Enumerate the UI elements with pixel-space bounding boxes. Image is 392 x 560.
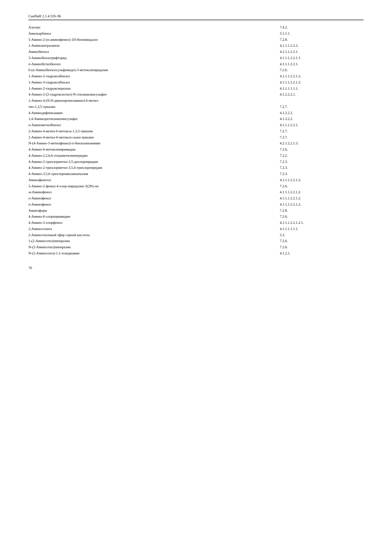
table-row: Аминоформ7.2.8. xyxy=(29,208,363,214)
entry-name: 3-Аминобензотрифторид xyxy=(29,55,280,61)
entry-code xyxy=(280,98,364,104)
entry-code: 7.2.2. xyxy=(280,153,364,159)
table-row: 4-Амино-3-хлорфенол4.1.1.1.2.2.1.2.1. xyxy=(29,220,363,226)
entry-name: 4-Амино-2-трихлорметил-3,5-дихлорпиридин xyxy=(29,159,280,165)
entry-name: N-(2-Аминоэтил)-1.2-этандиамин xyxy=(29,250,280,257)
entry-code: 7.2.6. xyxy=(280,183,364,190)
table-row: 4-Амино-3,5,6-трихлорпиколинаткалия7.2.3… xyxy=(29,171,363,177)
entry-code: 7.2.6. xyxy=(280,214,364,220)
table-row: 4-Амино-6-метоксипиримидин7.2.6. xyxy=(29,147,363,153)
entry-name: 5-Амино-2-фенил-4-хлор-пиридазин-3(2Н)-о… xyxy=(29,183,280,190)
entry-code: 5.3. xyxy=(280,232,364,238)
entry-code: 4.1.1.1.2.2.1.2. xyxy=(280,201,364,208)
entry-name: 1-Амино-3-гидроксибензол xyxy=(29,80,280,86)
table-row: 3-Аминобензотрифторид4.1.1.1.2.2.1.1. xyxy=(29,55,363,61)
table-row: 5-Амино-2-(п-аминофенил)-1Н-бензимидазол… xyxy=(29,37,363,43)
entry-code: 4.1.1.1.2.2.1.2. xyxy=(280,80,364,86)
entry-code: 4.1.1.1.2.2.1.1. xyxy=(280,55,364,61)
entry-code: 7.2.7. xyxy=(280,128,364,134)
table-row: 1-Аминоантрахинон4.1.1.1.2.2.2. xyxy=(29,43,363,49)
entry-code: 7.2.6. xyxy=(280,67,364,73)
table-row: о-Аминофенол4.1.1.1.2.2.1.2. xyxy=(29,195,363,201)
table-row: Амилкарбинол3.1.1.1. xyxy=(29,30,363,37)
entry-code: 4.1.1.1.2.2.2. xyxy=(280,43,364,49)
table-row: 1-Амино-3-гидроксибензол4.1.1.1.2.2.1.2. xyxy=(29,80,363,86)
entry-code: 4.1.1.1.1.1.1. xyxy=(280,226,364,232)
table-row: Аминофенетол4.1.1.1.2.2.1.2. xyxy=(29,177,363,183)
entry-code: 7.2.6. xyxy=(280,244,364,250)
table-row: 4-Амино-2-трихлорметил-3,5,6-трихлорпири… xyxy=(29,165,363,171)
table-row: Аминобензол4.1.1.1.2.2.1. xyxy=(29,49,363,55)
table-row: 5-Амино-2-фенил-4-хлор-пиридазин-3(2Н)-о… xyxy=(29,183,363,190)
entry-code: 4.1.1.1.2.2.1.2. xyxy=(280,195,364,201)
entry-code: 4.1.1.1.2.2.1.2. xyxy=(280,73,364,80)
entry-name: о-Аминофенол xyxy=(29,195,280,201)
entry-name: 2-Аминоэтиловый эфир серной кислоты xyxy=(29,232,280,238)
table-row: 4-Аминодифениламин4.1.2.2.2. xyxy=(29,110,363,116)
entry-code: 7.2.3. xyxy=(280,165,364,171)
entry-code: 4.1.2.2.2.1. xyxy=(280,91,364,98)
entry-name: 6-(п-Аминобензолсульфамидо)-3-метоксипир… xyxy=(29,67,280,73)
table-row: 2-Амино-4-метил-6-метокси-симм-триазин7.… xyxy=(29,134,363,140)
entry-name: тио-1,3,5-триазин xyxy=(29,104,280,110)
table-row: 1-(2-Аминоэтил)пиперазин7.2.6. xyxy=(29,238,363,244)
entry-name: 2-Амино-4-метил-6-метокси-1,3,5-триазин xyxy=(29,128,280,134)
table-row: 4-Амино-2,2,6,6-тетраметилпиперидин7.2.2… xyxy=(29,153,363,159)
table-row: м-Аминофенол4.1.1.1.2.2.1.2. xyxy=(29,189,363,195)
table-row: тио-1,3,5-триазин7.2.7. xyxy=(29,104,363,110)
entry-code: 3.1.1.1. xyxy=(280,30,364,37)
table-row: N-(4-Амино-3-метилфенил)-п-бензохиноними… xyxy=(29,140,363,147)
table-row: 2-Амино-4-(N,N-диизопропиламино)-6-метил… xyxy=(29,98,363,104)
table-row: 2-Аминоэтиловый эфир серной кислоты5.3. xyxy=(29,232,363,238)
table-row: 4-Амино-6-хлорпиримидин7.2.6. xyxy=(29,214,363,220)
entry-name: 5-Амино-2-(п-аминофенил)-1Н-бензимидазол xyxy=(29,37,280,43)
header: СанПиН 2.1.4.559–96 xyxy=(29,14,363,20)
table-row: 1,4-Аминодиэтиланилинсульфат4.1.3.2.2. xyxy=(29,116,363,122)
table-row: N-(2-Аминоэтил)пиперазин7.2.6. xyxy=(29,244,363,250)
entry-name: 1-(2-Аминоэтил)пиперазин xyxy=(29,238,280,244)
entry-name: N-(2-Аминоэтил)пиперазин xyxy=(29,244,280,250)
header-divider xyxy=(29,20,363,20)
entry-code: 4.1.1.1.2.2.1. xyxy=(280,61,364,67)
entry-name: м-Аминофенол xyxy=(29,189,280,195)
table-row: Альтакс7.4.2. xyxy=(29,24,363,30)
entry-code: 7.2.6. xyxy=(280,238,364,244)
entry-name: Амилкарбинол xyxy=(29,30,280,37)
entry-name: 4-Аминодифениламин xyxy=(29,110,280,116)
entry-code: 4.1.1.1.2.2.1. xyxy=(280,122,364,128)
entry-code: 4.1.2.2.2. xyxy=(280,110,364,116)
entry-name: 2-Амино-4-метил-6-метокси-симм-триазин xyxy=(29,134,280,140)
entry-name: 1-Амино-2-гидроксибензол xyxy=(29,73,280,80)
entry-code: 7.2.7. xyxy=(280,134,364,140)
entry-name: 4-Амино-2-трихлорметил-3,5,6-трихлорпири… xyxy=(29,165,280,171)
entry-code: 7.2.7. xyxy=(280,104,364,110)
entries-table: Альтакс7.4.2.Амилкарбинол3.1.1.1.5-Амино… xyxy=(29,24,363,257)
entry-code: 4.1.1.1.1.1.1. xyxy=(280,86,364,92)
table-row: п-Аминобутилбензол4.1.1.1.2.2.1. xyxy=(29,61,363,67)
table-row: N-(2-Аминоэтил)-1.2-этандиамин4.1.2.1. xyxy=(29,250,363,257)
entry-name: 4-Амино-6-метоксипиримидин xyxy=(29,147,280,153)
entry-code: 7.4.2. xyxy=(280,24,364,30)
entry-name: 4-Амино-3-хлорфенол xyxy=(29,220,280,226)
entry-code: 7.2.8. xyxy=(280,37,364,43)
entry-name: п-Аминофенол xyxy=(29,201,280,208)
table-row: п-Аминофенол4.1.1.1.2.2.1.2. xyxy=(29,201,363,208)
entry-code: 7.2.3. xyxy=(280,171,364,177)
entry-name: п-Аминобутилбензол xyxy=(29,61,280,67)
table-row: 2-Амино-4-метил-6-метокси-1,3,5-триазин7… xyxy=(29,128,363,134)
table-row: п-Аминометилбензол4.1.1.1.2.2.1. xyxy=(29,122,363,128)
entry-code: 7.2.8. xyxy=(280,208,364,214)
table-row: 4-Амино-2-(2-гидроксиэтил)-N-этиланилинс… xyxy=(29,91,363,98)
entry-code: 4.1.3.2.2. xyxy=(280,116,364,122)
entry-name: 4-Амино-2,2,6,6-тетраметилпиперидин xyxy=(29,153,280,159)
entry-name: 2-Аминоэтанол xyxy=(29,226,280,232)
entry-name: 1-Амино-2-гидроксипропан xyxy=(29,86,280,92)
table-row: 4-Амино-2-трихлорметил-3,5-дихлорпиридин… xyxy=(29,159,363,165)
entry-name: 4-Амино-2-(2-гидроксиэтил)-N-этиланилинс… xyxy=(29,91,280,98)
document-title: СанПиН 2.1.4.559–96 xyxy=(29,14,363,18)
entry-code: 4.1.2.1. xyxy=(280,250,364,257)
entry-code: 7.2.3. xyxy=(280,159,364,165)
entry-name: Аминоформ xyxy=(29,208,280,214)
entry-name: 4-Амино-6-хлорпиримидин xyxy=(29,214,280,220)
entry-name: Аминофенетол xyxy=(29,177,280,183)
